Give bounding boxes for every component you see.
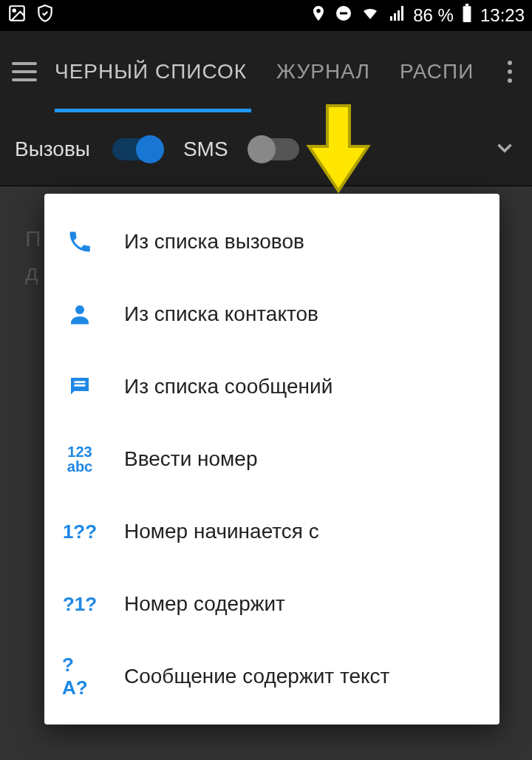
status-right: 86 % 13:23 (310, 4, 525, 27)
toggle-row: Вызовы SMS (0, 112, 532, 186)
tab-blacklist[interactable]: ЧЕРНЫЙ СПИСОК (55, 31, 247, 112)
svg-rect-8 (75, 384, 86, 387)
image-icon (7, 4, 27, 27)
tab-label: РАСПИ (400, 60, 474, 84)
sms-toggle[interactable] (250, 138, 299, 160)
app-bar: ЧЕРНЫЙ СПИСОК ЖУРНАЛ РАСПИ (0, 31, 532, 112)
menu-item-label: Номер содержит (124, 592, 285, 616)
battery-icon (461, 4, 473, 27)
background-hint-text: П д (25, 222, 41, 290)
hamburger-menu-button[interactable] (9, 56, 40, 87)
menu-item-label: Из списка вызовов (124, 230, 304, 254)
battery-percent: 86 % (413, 5, 454, 26)
tab-label: ЖУРНАЛ (276, 60, 370, 84)
tab-journal[interactable]: ЖУРНАЛ (276, 31, 370, 112)
contains-icon: ?1? (62, 586, 98, 622)
add-source-dialog: Из списка вызовов Из списка контактов Из… (44, 194, 499, 725)
sms-toggle-label: SMS (183, 138, 228, 161)
calls-toggle-label: Вызовы (15, 138, 90, 161)
svg-rect-7 (75, 381, 86, 384)
wifi-icon (360, 4, 381, 27)
keyboard-icon: 123abc (62, 441, 98, 477)
menu-item-label: Из списка контактов (124, 302, 318, 326)
tab-schedule[interactable]: РАСПИ (400, 31, 474, 112)
signal-icon (388, 4, 406, 27)
shield-icon (35, 4, 55, 27)
menu-item-from-messages[interactable]: Из списка сообщений (44, 350, 499, 423)
phone-icon (62, 224, 98, 259)
svg-rect-5 (466, 4, 468, 6)
person-icon (62, 296, 98, 332)
location-icon (310, 4, 327, 27)
status-left (7, 4, 55, 27)
message-icon (62, 369, 98, 404)
menu-item-from-contacts[interactable]: Из списка контактов (44, 278, 499, 350)
svg-point-1 (13, 10, 16, 12)
svg-point-6 (75, 305, 84, 314)
menu-item-contains[interactable]: ?1? Номер содержит (44, 568, 499, 640)
tabs: ЧЕРНЫЙ СПИСОК ЖУРНАЛ РАСПИ (55, 31, 482, 112)
menu-item-from-calls[interactable]: Из списка вызовов (44, 206, 499, 278)
menu-item-label: Ввести номер (124, 447, 257, 471)
status-bar: 86 % 13:23 (0, 0, 532, 31)
starts-with-icon: 1?? (62, 514, 98, 549)
expand-chevron-icon[interactable] (492, 135, 517, 163)
dnd-icon (335, 4, 352, 27)
overflow-menu-button[interactable] (497, 61, 523, 83)
menu-item-label: Из списка сообщений (124, 375, 332, 398)
menu-item-message-contains[interactable]: ?A? Сообщение содержит текст (44, 640, 499, 713)
menu-item-enter-number[interactable]: 123abc Ввести номер (44, 423, 499, 495)
clock: 13:23 (480, 5, 525, 26)
calls-toggle[interactable] (112, 138, 161, 160)
tab-label: ЧЕРНЫЙ СПИСОК (55, 60, 247, 84)
menu-item-starts-with[interactable]: 1?? Номер начинается с (44, 495, 499, 568)
text-contains-icon: ?A? (62, 659, 98, 694)
svg-rect-3 (340, 13, 347, 15)
menu-item-label: Сообщение содержит текст (124, 665, 389, 688)
svg-rect-4 (463, 6, 471, 22)
menu-item-label: Номер начинается с (124, 520, 319, 543)
